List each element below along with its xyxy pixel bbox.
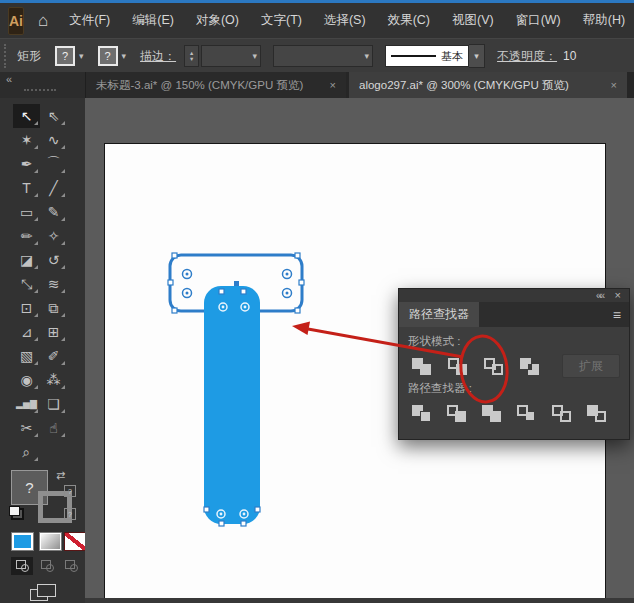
mesh-tool[interactable]: ⊞ [40,320,67,344]
line-segment-tool[interactable]: ╱ [40,176,67,200]
eyedropper-tool[interactable]: ✐ [40,344,67,368]
intersect-icon [484,358,503,375]
magic-wand-tool[interactable]: ✶ [13,128,40,152]
merge-button[interactable] [478,401,504,425]
stroke-style-select[interactable]: 基本 [385,45,469,67]
lasso-tool-icon: ∿ [48,132,60,148]
tools-grip-handle[interactable] [24,89,56,91]
curvature-tool[interactable]: ⌒ [40,152,67,176]
expand-button[interactable]: 扩展 [562,354,620,378]
stroke-weight-stepper[interactable]: ▴ ▾ [184,45,199,67]
gradient-tool[interactable]: ▧ [13,344,40,368]
home-icon[interactable]: ⌂ [38,12,48,29]
paintbrush-tool[interactable]: ✎ [40,200,67,224]
scale-tool[interactable]: ⤡ [13,272,40,296]
chevron-down-icon: ▾ [365,51,370,61]
stepper-down-icon: ▾ [190,56,193,62]
pathfinder-tabrow: 路径查找器 ≡ [399,302,629,327]
pencil-tool[interactable]: ✏ [13,224,40,248]
panel-collapse-icon[interactable]: «« [596,289,603,302]
options-bar-grip[interactable] [4,44,9,68]
menu-file[interactable]: 文件(F) [58,12,121,29]
menu-edit[interactable]: 编辑(E) [121,12,185,29]
stroke-chevron-icon[interactable]: ▾ [122,51,127,61]
pathfinder-panel-header[interactable]: «« × [399,289,629,302]
artboard-tool[interactable]: ❏ [40,392,67,416]
menu-object[interactable]: 对象(O) [185,12,250,29]
unite-button[interactable] [408,354,434,378]
type-tool[interactable]: T [13,176,40,200]
intersect-button[interactable] [480,354,506,378]
divide-button[interactable] [408,401,434,425]
fill-chevron-icon[interactable]: ▾ [79,51,84,61]
vertical-bar-shape[interactable] [204,286,260,524]
menu-select[interactable]: 选择(S) [313,12,377,29]
lasso-tool[interactable]: ∿ [40,128,67,152]
shape-modes-label: 形状模式 : [408,334,620,349]
opacity-label[interactable]: 不透明度： [497,48,557,65]
brush-definition-select[interactable]: ▾ [273,45,373,67]
menu-effect[interactable]: 效果(C) [377,12,441,29]
eraser-tool[interactable]: ◪ [13,248,40,272]
panel-menu-icon[interactable]: ≡ [613,308,621,322]
menu-window[interactable]: 窗口(W) [505,12,572,29]
document-tab-alogo297[interactable]: alogo297.ai* @ 300% (CMYK/GPU 预览) × [349,72,627,98]
blend-tool-icon: ◉ [20,372,32,388]
paintbrush-tool-icon: ✎ [48,204,60,220]
rotate-tool-icon: ↺ [48,252,60,268]
selection-tool[interactable]: ↖ [13,104,40,128]
panel-close-icon[interactable]: × [615,289,621,302]
tab-close-icon[interactable]: × [320,79,336,91]
shape-builder-tool[interactable]: ⧉ [40,296,67,320]
exclude-button[interactable] [516,354,542,378]
column-graph-tool[interactable]: ▂▅▇ [13,392,40,416]
pathfinder-tab[interactable]: 路径查找器 [399,302,479,327]
pen-tool[interactable]: ✒ [13,152,40,176]
tools-collapse-icon[interactable]: « [6,73,12,85]
outline-button[interactable] [548,401,574,425]
blend-tool[interactable]: ◉ [13,368,40,392]
color-fill-button[interactable] [11,532,34,551]
hand-tool[interactable]: ☝ [40,416,67,440]
options-bar: 矩形 ? ▾ ? ▾ 描边： ▴ ▾ ▾ ▾ 基本 ▾ 不透明度： 10 [0,38,634,74]
minus-back-button[interactable] [583,401,609,425]
free-transform-tool[interactable]: ⊡ [13,296,40,320]
stroke-style-chevron[interactable]: ▾ [469,44,485,68]
opacity-value[interactable]: 10 [563,49,576,63]
gradient-fill-button[interactable] [39,532,62,551]
center-anchor-point[interactable] [234,281,239,286]
crop-button[interactable] [513,401,539,425]
rectangle-tool-icon: ▭ [20,204,33,220]
stroke-weight-label[interactable]: 描边： [140,48,176,65]
menu-type[interactable]: 文字(T) [250,12,313,29]
change-screen-mode-button[interactable] [30,584,56,601]
symbol-sprayer-tool[interactable]: ⁂ [40,368,67,392]
draw-behind-mode-button[interactable] [36,557,58,575]
perspective-grid-tool[interactable]: ⊿ [13,320,40,344]
fill-color-swatch[interactable]: ? [55,46,75,66]
shaper-tool[interactable]: ✧ [40,224,67,248]
rotate-tool[interactable]: ↺ [40,248,67,272]
zoom-tool[interactable]: ⌕ [13,440,40,464]
trim-button[interactable] [443,401,469,425]
tab-close-icon[interactable]: × [601,79,617,91]
stroke-weight-select[interactable]: ▾ [201,45,261,67]
width-tool[interactable]: ≋ [40,272,67,296]
menubar: Ai ⌂ 文件(F) 编辑(E) 对象(O) 文字(T) 选择(S) 效果(C)… [0,3,634,39]
swap-fill-stroke-icon[interactable]: ⇄ [56,469,65,482]
minus-front-button[interactable] [444,354,470,378]
unite-icon [412,358,431,375]
menu-help[interactable]: 帮助(H) [572,12,634,29]
eyedropper-tool-icon: ✐ [48,348,60,364]
slice-tool[interactable]: ✂ [13,416,40,440]
rectangle-tool[interactable]: ▭ [13,200,40,224]
default-fill-stroke-icon[interactable] [9,506,24,520]
draw-inside-mode-button[interactable] [60,557,82,575]
none-fill-button[interactable] [64,532,87,551]
eraser-tool-icon: ◪ [20,252,33,268]
menu-view[interactable]: 视图(V) [441,12,505,29]
stroke-color-swatch[interactable]: ? [98,46,118,66]
document-tab-untitled[interactable]: 未标题-3.ai* @ 150% (CMYK/GPU 预览) × [86,72,346,98]
direct-selection-tool[interactable]: ⇖ [40,104,67,128]
draw-normal-mode-button[interactable] [11,557,33,575]
